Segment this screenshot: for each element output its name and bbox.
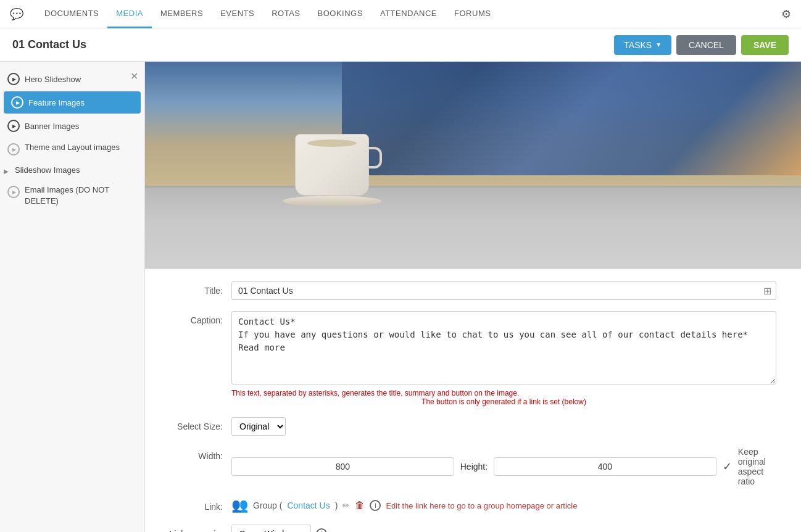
caption-row: Caption: This text, separated by asteris… — [157, 311, 776, 406]
height-label: Height: — [460, 462, 488, 472]
link-label: Link: — [157, 497, 231, 512]
sidebar-item-slideshow-images[interactable]: ▶ Slideshow Images — [0, 160, 144, 180]
nav-attendance[interactable]: ATTENDANCE — [371, 0, 446, 28]
play-icon — [7, 120, 20, 132]
link-delete-icon[interactable]: 🗑 — [355, 500, 365, 511]
hero-image — [145, 62, 801, 268]
nav-rotas[interactable]: ROTAS — [263, 0, 309, 28]
sidebar-item-banner-images[interactable]: Banner Images — [0, 115, 144, 137]
title-row: Title: ⊞ — [157, 281, 776, 300]
nav-bookings[interactable]: BOOKINGS — [309, 0, 371, 28]
nav-forums[interactable]: FORUMS — [446, 0, 499, 28]
sidebar-item-label: Email Images (DO NOT DELETE) — [25, 185, 138, 207]
dimensions-control: Height: ✓ Keep original aspect ratio — [231, 447, 776, 486]
link-edit-icon[interactable]: ✏ — [342, 501, 350, 510]
nav-events[interactable]: EVENTS — [212, 0, 263, 28]
play-icon — [7, 143, 20, 156]
aspect-ratio-label: Keep original aspect ratio — [738, 447, 776, 486]
settings-gear-icon[interactable]: ⚙ — [781, 7, 791, 21]
content-area: Title: ⊞ Caption: This text, separated b… — [145, 62, 801, 532]
link-group-text: Group ( — [253, 501, 282, 510]
sidebar-item-hero-slideshow[interactable]: Hero Slideshow — [0, 68, 130, 90]
play-icon — [7, 73, 20, 85]
tasks-button[interactable]: TASKS ▼ — [614, 35, 671, 55]
tasks-label: TASKS — [624, 40, 652, 50]
title-input[interactable] — [231, 281, 776, 300]
caption-textarea[interactable] — [231, 311, 776, 384]
format-text-icon[interactable]: ⊞ — [763, 285, 771, 297]
title-input-wrap: ⊞ — [231, 281, 776, 300]
header-bar: 01 Contact Us TASKS ▼ CANCEL SAVE — [0, 28, 801, 62]
nav-documents[interactable]: DOCUMENTS — [36, 0, 107, 28]
form-area: Title: ⊞ Caption: This text, separated b… — [145, 269, 801, 532]
tasks-dropdown-arrow-icon: ▼ — [655, 41, 662, 48]
sidebar-item-label: Hero Slideshow — [25, 75, 81, 84]
link-info-icon[interactable]: i — [370, 500, 381, 511]
link-row: Link: 👥 Group ( Contact Us ) ✏ 🗑 i Edit … — [157, 497, 776, 513]
aspect-ratio-check-icon: ✓ — [723, 460, 732, 473]
height-input[interactable] — [494, 457, 716, 476]
image-preview — [145, 62, 801, 269]
link-content-row: 👥 Group ( Contact Us ) ✏ 🗑 i Edit the li… — [231, 497, 776, 513]
nav-items: DOCUMENTS MEDIA MEMBERS EVENTS ROTAS BOO… — [36, 0, 781, 28]
dimensions-row: Width: Height: ✓ Keep original aspect ra… — [157, 447, 776, 486]
link-opens-content: Same Window New Window i — [231, 525, 776, 532]
caption-wrap: This text, separated by asterisks, gener… — [231, 311, 776, 406]
sidebar-item-label: Feature Images — [28, 98, 85, 107]
sidebar-close-icon[interactable]: ✕ — [130, 70, 138, 82]
size-select[interactable]: Original Small Medium Large Custom — [231, 417, 286, 436]
expand-arrow-icon: ▶ — [4, 168, 9, 175]
link-opens-control: Same Window New Window i — [231, 525, 776, 532]
top-nav: 💬 DOCUMENTS MEDIA MEMBERS EVENTS ROTAS B… — [0, 0, 801, 28]
sidebar: ✕ Hero Slideshow Feature Images Banner I… — [0, 62, 145, 532]
caption-hint-2: The button is only generated if a link i… — [231, 397, 776, 406]
sidebar-item-label: Slideshow Images — [15, 165, 80, 175]
save-button[interactable]: SAVE — [741, 35, 789, 55]
play-icon — [7, 186, 20, 198]
link-contact-us[interactable]: Contact Us — [287, 501, 330, 510]
play-icon — [11, 96, 23, 109]
main-layout: ✕ Hero Slideshow Feature Images Banner I… — [0, 62, 801, 532]
sidebar-item-feature-images[interactable]: Feature Images — [4, 91, 141, 114]
link-opens-label: Link opens in: — [157, 525, 231, 532]
nav-logo-icon: 💬 — [10, 7, 23, 21]
sidebar-item-email-images[interactable]: Email Images (DO NOT DELETE) — [0, 180, 144, 212]
sidebar-item-label: Theme and Layout images — [25, 142, 120, 153]
link-opens-info-icon[interactable]: i — [316, 528, 327, 532]
cancel-button[interactable]: CANCEL — [676, 35, 736, 55]
group-people-icon: 👥 — [231, 497, 248, 513]
width-label: Width: — [157, 447, 231, 461]
link-suffix: ) — [335, 501, 338, 510]
select-size-row: Select Size: Original Small Medium Large… — [157, 417, 776, 436]
caption-hint-1: This text, separated by asterisks, gener… — [231, 389, 776, 397]
sidebar-item-label: Banner Images — [25, 122, 79, 131]
link-opens-row: Link opens in: Same Window New Window i — [157, 525, 776, 532]
nav-media[interactable]: MEDIA — [107, 0, 152, 28]
sidebar-item-theme-layout[interactable]: Theme and Layout images — [0, 137, 144, 160]
select-size-label: Select Size: — [157, 417, 231, 431]
caption-label: Caption: — [157, 311, 231, 325]
link-opens-select[interactable]: Same Window New Window — [231, 525, 311, 532]
link-hint: Edit the link here to go to a group home… — [386, 501, 577, 510]
select-size-control: Original Small Medium Large Custom — [231, 417, 776, 436]
width-input[interactable] — [231, 457, 454, 476]
nav-members[interactable]: MEMBERS — [152, 0, 212, 28]
page-title: 01 Contact Us — [12, 38, 614, 51]
link-control: 👥 Group ( Contact Us ) ✏ 🗑 i Edit the li… — [231, 497, 776, 513]
title-label: Title: — [157, 281, 231, 296]
size-row: Height: ✓ Keep original aspect ratio — [231, 447, 776, 486]
